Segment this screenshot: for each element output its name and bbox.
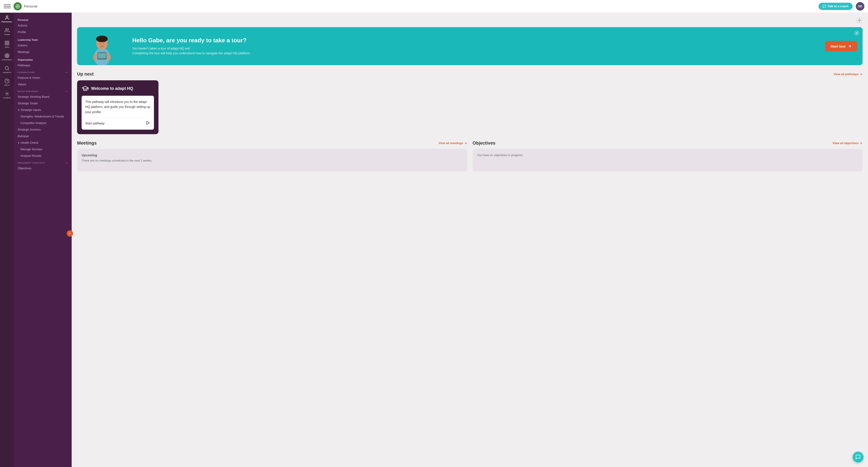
svg-point-14 bbox=[6, 93, 8, 94]
view-all-meetings-link[interactable]: View all meetings bbox=[438, 141, 467, 145]
meetings-section: Meetings View all meetings Upcoming Ther… bbox=[77, 141, 467, 172]
nav-competitor-analysis[interactable]: Competitor Analysis bbox=[14, 120, 72, 126]
nav-pathways[interactable]: Pathways bbox=[14, 62, 72, 68]
svg-line-11 bbox=[8, 69, 9, 70]
personal-section-header: Personal bbox=[14, 16, 72, 22]
arrow-right-icon bbox=[848, 44, 852, 48]
nav-strategic-inputs[interactable]: ∨ Strategic Inputs bbox=[14, 107, 72, 113]
org-nav-label: ORG bbox=[5, 46, 9, 48]
nav-personal-profile[interactable]: Profile bbox=[14, 29, 72, 35]
organisation-section-header: Organisation bbox=[14, 55, 72, 62]
settings-icon[interactable] bbox=[856, 17, 863, 24]
sidebar-collapse-button[interactable] bbox=[67, 230, 73, 237]
settings-row bbox=[77, 17, 863, 24]
pathway-description: This pathway will introduce you to the a… bbox=[85, 99, 150, 115]
foundations-collapse-icon[interactable] bbox=[65, 71, 68, 74]
svg-rect-5 bbox=[7, 43, 9, 45]
pathway-title: Welcome to adapt HQ bbox=[91, 86, 133, 91]
upcoming-label: Upcoming bbox=[82, 153, 463, 157]
graduation-cap-icon bbox=[82, 85, 89, 92]
talk-to-coach-button[interactable]: Talk to a coach bbox=[818, 3, 852, 10]
nav-health-check[interactable]: ∨ Health Check bbox=[14, 139, 72, 146]
start-pathway-button[interactable] bbox=[146, 121, 150, 126]
talk-to-coach-label: Talk to a coach bbox=[828, 4, 848, 8]
sidebar-item-config[interactable]: CONFIG bbox=[2, 89, 12, 101]
help-icon bbox=[4, 79, 9, 84]
implement-collapse-icon[interactable] bbox=[65, 161, 68, 165]
meetings-header: Meetings View all meetings bbox=[77, 141, 467, 146]
user-avatar[interactable]: GE bbox=[856, 2, 864, 11]
svg-point-20 bbox=[103, 43, 104, 45]
view-all-pathways-link[interactable]: View all pathways bbox=[834, 72, 863, 76]
nav-objectives[interactable]: Objectives bbox=[14, 165, 72, 172]
build-strategy-section-label: BUILD STRATEGY bbox=[14, 88, 72, 93]
search-nav-label: SEARCH bbox=[3, 71, 11, 74]
banner-action: Start tour bbox=[825, 41, 857, 51]
hamburger-menu[interactable] bbox=[4, 4, 11, 8]
nav-purpose-vision[interactable]: Purpose & Vision bbox=[14, 75, 72, 81]
nav-manage-surveys[interactable]: Manage Surveys bbox=[14, 146, 72, 152]
objectives-section: Objectives View all objectives You have … bbox=[473, 141, 863, 172]
strategic-inputs-label: ∨ Strategic Inputs bbox=[18, 108, 41, 112]
start-pathway-label: Start pathway bbox=[85, 121, 105, 125]
build-strategy-collapse-icon[interactable] bbox=[65, 90, 68, 93]
banner-image bbox=[77, 27, 127, 65]
sidebar-item-help[interactable]: HELP bbox=[2, 77, 12, 88]
team-icon bbox=[4, 28, 9, 33]
meetings-title: Meetings bbox=[77, 141, 438, 146]
app-logo bbox=[13, 2, 22, 10]
sidebar-item-org[interactable]: ORG bbox=[2, 38, 12, 50]
view-all-meetings-label: View all meetings bbox=[438, 141, 463, 145]
search-icon bbox=[4, 66, 9, 71]
person-illustration bbox=[84, 29, 120, 65]
sidebar-item-personal[interactable]: PERSONAL bbox=[2, 13, 12, 25]
svg-rect-22 bbox=[98, 53, 106, 58]
nav-personal-actions[interactable]: Actions bbox=[14, 22, 72, 29]
config-nav-label: CONFIG bbox=[3, 97, 11, 99]
strategy-nav-label: STRATEGY bbox=[2, 59, 12, 61]
health-check-label: ∨ Health Check bbox=[18, 141, 38, 144]
view-all-objectives-label: View all objectives bbox=[833, 141, 859, 145]
sidebar-item-team[interactable]: TEAM bbox=[2, 26, 12, 37]
topbar: Personal Talk to a coach GE bbox=[0, 0, 868, 13]
sidebar-nav: Personal Actions Profile Leadership Team… bbox=[14, 13, 72, 467]
nav-strategic-anchors[interactable]: Strategic Anchors bbox=[14, 126, 72, 133]
nav-analyse-results[interactable]: Analyse Results bbox=[14, 152, 72, 159]
nav-strategic-goals[interactable]: Strategic Goals bbox=[14, 100, 72, 107]
nav-leadership-meetings[interactable]: Meetings bbox=[14, 49, 72, 55]
nav-strengths-weaknesses[interactable]: Strengths, Weaknesses & Trends bbox=[14, 113, 72, 120]
start-tour-button[interactable]: Start tour bbox=[825, 41, 857, 51]
nav-leadership-actions[interactable]: Actions bbox=[14, 42, 72, 49]
tour-banner: Hello Gabe, are you ready to take a tour… bbox=[77, 27, 863, 65]
svg-point-18 bbox=[96, 36, 107, 42]
objectives-empty-text: You have no objectives in progress. bbox=[477, 153, 858, 157]
sidebar-item-strategy[interactable]: STRATEGY bbox=[2, 51, 12, 63]
arrow-right-small-icon bbox=[860, 72, 863, 76]
chat-icon bbox=[823, 4, 826, 8]
up-next-title: Up next bbox=[77, 71, 834, 77]
chat-bubble-button[interactable] bbox=[852, 451, 864, 463]
team-nav-label: TEAM bbox=[4, 33, 10, 35]
sidebar-item-search[interactable]: SEARCH bbox=[2, 64, 12, 76]
svg-rect-4 bbox=[7, 41, 9, 42]
start-tour-label: Start tour bbox=[831, 45, 846, 48]
nav-values[interactable]: Values bbox=[14, 81, 72, 88]
view-all-objectives-link[interactable]: View all objectives bbox=[833, 141, 863, 145]
nav-bullseye[interactable]: Bullseye bbox=[14, 133, 72, 139]
avatar-initials: GE bbox=[858, 4, 862, 8]
banner-close-button[interactable] bbox=[854, 30, 860, 36]
personal-icon bbox=[4, 15, 9, 20]
objectives-card: You have no objectives in progress. bbox=[473, 149, 863, 172]
objectives-title: Objectives bbox=[473, 141, 833, 146]
svg-rect-3 bbox=[5, 41, 6, 42]
pathway-card: Welcome to adapt HQ This pathway will in… bbox=[77, 80, 158, 134]
help-nav-label: HELP bbox=[4, 84, 9, 86]
svg-rect-6 bbox=[5, 43, 6, 45]
view-all-pathways-label: View all pathways bbox=[834, 72, 859, 76]
implement-strategy-section-label: IMPLEMENT STRATEGY bbox=[14, 159, 72, 165]
meetings-empty-text: There are no meetings scheduled in the n… bbox=[82, 159, 463, 162]
bottom-grid: Meetings View all meetings Upcoming Ther… bbox=[77, 141, 863, 172]
topbar-title: Personal bbox=[24, 4, 818, 8]
nav-strategic-working-board[interactable]: Strategic Working Board bbox=[14, 93, 72, 100]
foundations-section-label: FOUNDATIONS bbox=[14, 68, 72, 75]
